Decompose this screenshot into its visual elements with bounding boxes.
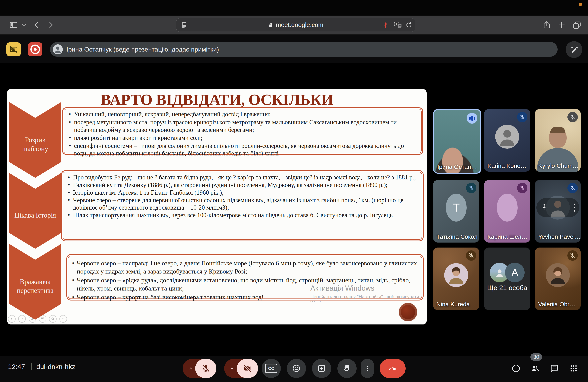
- camera-options-button[interactable]: [227, 359, 237, 378]
- reader-icon: [180, 21, 188, 29]
- bullet-item: Галківський кут та Деконку (1886 р.), як…: [66, 181, 419, 189]
- next-icon: [20, 317, 24, 321]
- divider: |: [30, 362, 32, 370]
- people-button[interactable]: [528, 362, 542, 375]
- participant-count-badge: 30: [530, 353, 542, 361]
- clock: 12:47: [8, 363, 25, 371]
- avatar-initial: A: [511, 267, 518, 279]
- raise-hand-button[interactable]: [337, 359, 357, 378]
- section-2-box: Про видобуток Fe руд: - що це ? багата т…: [61, 170, 424, 241]
- tabs-icon: [572, 20, 581, 30]
- gemini-notes-button[interactable]: [566, 41, 582, 58]
- person-icon: [495, 125, 519, 149]
- chevron-up-icon: [188, 365, 194, 371]
- slide-title: ВАРТО ВІДВІДАТИ, ОСКІЛЬКИ: [7, 91, 427, 109]
- tile-valeriia-obr[interactable]: Valeriia Obr…: [535, 248, 581, 310]
- smiley-icon: [292, 364, 301, 373]
- reload-icon: [405, 21, 412, 29]
- presenter-avatar: [53, 44, 63, 54]
- present-button[interactable]: [312, 359, 331, 378]
- address-bar[interactable]: meet.google.com A 文: [176, 18, 415, 32]
- mic-off-icon: [468, 252, 474, 259]
- chat-button[interactable]: [547, 362, 561, 375]
- mic-off-icon: [519, 185, 525, 191]
- audio-activity-icon: [467, 113, 477, 124]
- meeting-details-button[interactable]: [509, 362, 523, 375]
- presenter-chip[interactable]: Ірина Остапчук (веде презентацію, додає …: [50, 42, 558, 57]
- more-vertical-icon: [363, 364, 371, 372]
- mic-muted-badge: [466, 183, 476, 193]
- avatar: [444, 263, 468, 287]
- tile-more-participants[interactable]: A Ще 21 особа: [484, 248, 530, 310]
- mic-muted-badge: [466, 250, 476, 261]
- forward-button[interactable]: [46, 16, 56, 34]
- tile-nina-kureda[interactable]: Nina Kureda: [433, 248, 479, 310]
- translate-icon: A 文: [394, 21, 402, 29]
- tile-kyrylo-chum[interactable]: Kyrylo Chum…: [535, 109, 581, 172]
- slideshow-next-button[interactable]: [18, 315, 26, 323]
- slideshow-prev-button[interactable]: [8, 315, 16, 323]
- tile-karina-kono[interactable]: Karina Kono…: [484, 109, 530, 172]
- back-button[interactable]: [32, 16, 42, 34]
- tab-overview-button[interactable]: [571, 16, 582, 34]
- sidebar-toggle-button[interactable]: [8, 16, 19, 34]
- bullet-item: Червоне озеро – створене для первинної о…: [66, 196, 419, 211]
- bullet-item: пляжі розбиті на такири вкриті кристалам…: [67, 134, 419, 142]
- pencil-sparkle-icon: [569, 45, 579, 54]
- tile-karyna-shel[interactable]: Карина Шел…: [484, 180, 530, 243]
- page-settings-icon[interactable]: [180, 21, 188, 30]
- participant-name: Kyrylo Chum…: [538, 162, 579, 169]
- captions-button[interactable]: CC: [262, 359, 281, 378]
- video-person: [549, 128, 567, 148]
- translate-button[interactable]: A 文: [394, 21, 402, 30]
- tile-tatyana-sokol[interactable]: Т Татьяна Сокол: [433, 180, 479, 243]
- companion-mode-button[interactable]: [6, 42, 21, 56]
- shared-presentation[interactable]: ВАРТО ВІДВІДАТИ, ОСКІЛЬКИ Розрив шаблону…: [7, 89, 427, 325]
- url-text: meet.google.com: [276, 21, 323, 29]
- participant-name: Valeriia Obr…: [538, 301, 575, 308]
- ellipsis-icon: [61, 317, 65, 321]
- mic-options-button[interactable]: [185, 359, 196, 378]
- tile-options-button[interactable]: [574, 204, 575, 211]
- letter-avatar: Т: [446, 194, 467, 222]
- present-icon: [317, 364, 326, 373]
- lock-icon: [268, 22, 274, 28]
- share-icon: [542, 20, 551, 30]
- slideshow-more-button[interactable]: [59, 315, 67, 323]
- share-button[interactable]: [541, 16, 552, 34]
- tile-yevhen-pavel[interactable]: Yevhen Pavel…: [535, 180, 581, 243]
- mic-muted-badge: [567, 183, 578, 193]
- chevron-section-3: Вражаюча перспектива: [9, 244, 62, 320]
- reactions-button[interactable]: [287, 359, 306, 378]
- end-call-button[interactable]: [379, 359, 406, 378]
- slideshow-zoom-button[interactable]: [49, 315, 57, 323]
- svg-text:文: 文: [399, 25, 401, 27]
- bullet-list: Унікальний, неповторний, яскравий, непер…: [67, 111, 419, 157]
- tile-iryna[interactable]: Ірина Остап…: [433, 109, 481, 174]
- activities-button[interactable]: [567, 362, 580, 375]
- record-icon: [30, 45, 40, 54]
- reload-button[interactable]: [405, 21, 412, 29]
- participant-name: Татьяна Сокол: [436, 233, 478, 240]
- sidebar-dropdown-button[interactable]: [20, 16, 28, 34]
- back-icon: [32, 20, 42, 30]
- letter-avatar: A: [505, 263, 525, 282]
- recording-button[interactable]: [28, 42, 42, 56]
- new-tab-button[interactable]: [556, 16, 567, 34]
- empty-avatar: [497, 194, 518, 222]
- more-options-button[interactable]: [361, 359, 374, 378]
- chevron-section-2: Цікава історія: [9, 173, 62, 249]
- grid-icon: [569, 364, 578, 373]
- hand-icon: [342, 364, 352, 373]
- phone-down-icon: [387, 363, 398, 374]
- person-icon: [546, 263, 570, 287]
- pin-button[interactable]: [540, 203, 548, 212]
- participant-name: Ірина Остап…: [437, 163, 477, 170]
- mic-toggle-button[interactable]: [195, 359, 216, 378]
- camera-toggle-button[interactable]: [237, 359, 258, 378]
- bullet-item: Червоне озеро – насправді і не озеро, а …: [72, 259, 419, 275]
- avatar: [546, 263, 570, 287]
- dictation-button[interactable]: [382, 21, 389, 30]
- avatar-initial: Т: [453, 201, 460, 214]
- bullet-item: специфічні еосистеми – типові для солони…: [67, 142, 419, 157]
